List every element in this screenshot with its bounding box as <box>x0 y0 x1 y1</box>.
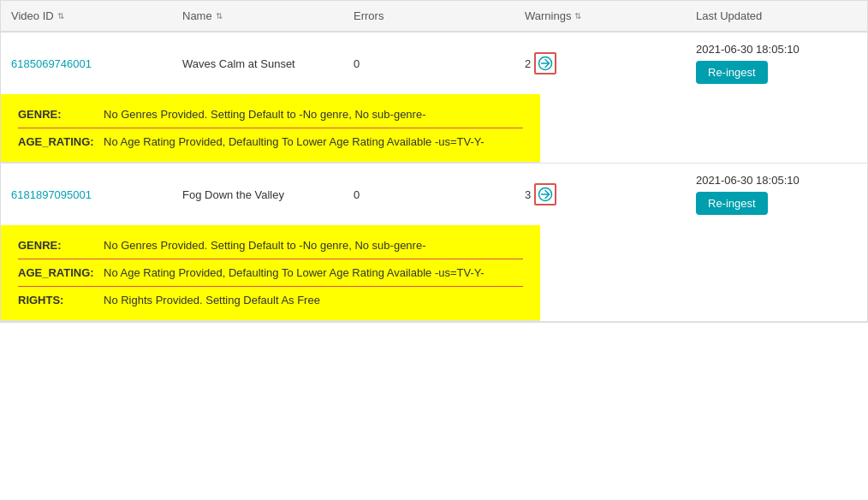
warnings-count-2: 3 <box>525 188 531 201</box>
warning-text-age-2: No Age Rating Provided, Defaulting To Lo… <box>104 266 485 279</box>
table-header: Video ID ⇅ Name ⇅ Errors Warnings ⇅ Last… <box>1 1 867 33</box>
video-id-link-1[interactable]: 6185069746001 <box>11 57 92 70</box>
header-errors: Errors <box>354 9 525 22</box>
warnings-cell-2: 3 <box>525 183 696 205</box>
video-table: Video ID ⇅ Name ⇅ Errors Warnings ⇅ Last… <box>0 0 868 323</box>
header-last-updated: Last Updated <box>696 9 867 22</box>
video-id-link-2[interactable]: 6181897095001 <box>11 188 92 201</box>
header-video-id: Video ID ⇅ <box>11 9 182 22</box>
video-main-row-2: 6181897095001 Fog Down the Valley 0 3 20… <box>1 164 867 225</box>
warning-label-age-2: AGE_RATING: <box>18 266 104 279</box>
reingest-btn-1[interactable]: Re-ingest <box>696 61 768 84</box>
warnings-detail-1: GENRE: No Genres Provided. Setting Defau… <box>1 94 540 163</box>
warning-line-rights-2: RIGHTS: No Rights Provided. Setting Defa… <box>18 287 523 307</box>
warning-text-rights-2: No Rights Provided. Setting Default As F… <box>104 294 320 307</box>
video-name-1: Waves Calm at Sunset <box>182 57 354 70</box>
warning-label-age-1: AGE_RATING: <box>18 135 104 148</box>
warning-label-genre-2: GENRE: <box>18 239 104 252</box>
video-id-cell-2: 6181897095001 <box>11 188 182 201</box>
last-updated-cell-1: 2021-06-30 18:05:10 Re-ingest <box>696 43 867 84</box>
video-name-2: Fog Down the Valley <box>182 188 354 201</box>
warning-expand-btn-1[interactable] <box>534 52 556 74</box>
warning-label-genre-1: GENRE: <box>18 108 104 121</box>
errors-1: 0 <box>354 57 525 70</box>
errors-2: 0 <box>354 188 525 201</box>
warning-line-genre-1: GENRE: No Genres Provided. Setting Defau… <box>18 108 523 128</box>
warnings-count-1: 2 <box>525 57 531 70</box>
sort-icon-video-id: ⇅ <box>57 12 64 21</box>
warning-line-age-2: AGE_RATING: No Age Rating Provided, Defa… <box>18 259 523 287</box>
warning-expand-btn-2[interactable] <box>534 183 556 205</box>
video-id-cell-1: 6185069746001 <box>11 57 182 70</box>
header-name: Name ⇅ <box>182 9 354 22</box>
last-updated-cell-2: 2021-06-30 18:05:10 Re-ingest <box>696 174 867 215</box>
warning-text-genre-2: No Genres Provided. Setting Default to -… <box>104 239 425 252</box>
warnings-detail-2: GENRE: No Genres Provided. Setting Defau… <box>1 225 540 321</box>
warning-line-age-1: AGE_RATING: No Age Rating Provided, Defa… <box>18 128 523 148</box>
timestamp-1: 2021-06-30 18:05:10 <box>696 43 800 56</box>
sort-icon-warnings: ⇅ <box>574 12 581 21</box>
reingest-btn-2[interactable]: Re-ingest <box>696 192 768 215</box>
table-row: 6185069746001 Waves Calm at Sunset 0 2 2… <box>1 33 867 164</box>
video-main-row-1: 6185069746001 Waves Calm at Sunset 0 2 2… <box>1 33 867 94</box>
table-row: 6181897095001 Fog Down the Valley 0 3 20… <box>1 164 867 322</box>
timestamp-2: 2021-06-30 18:05:10 <box>696 174 800 187</box>
warning-text-age-1: No Age Rating Provided, Defaulting To Lo… <box>104 135 485 148</box>
sort-icon-name: ⇅ <box>216 12 223 21</box>
header-warnings: Warnings ⇅ <box>525 9 696 22</box>
warning-label-rights-2: RIGHTS: <box>18 294 104 307</box>
warning-line-genre-2: GENRE: No Genres Provided. Setting Defau… <box>18 239 523 259</box>
warnings-cell-1: 2 <box>525 52 696 74</box>
warning-text-genre-1: No Genres Provided. Setting Default to -… <box>104 108 425 121</box>
